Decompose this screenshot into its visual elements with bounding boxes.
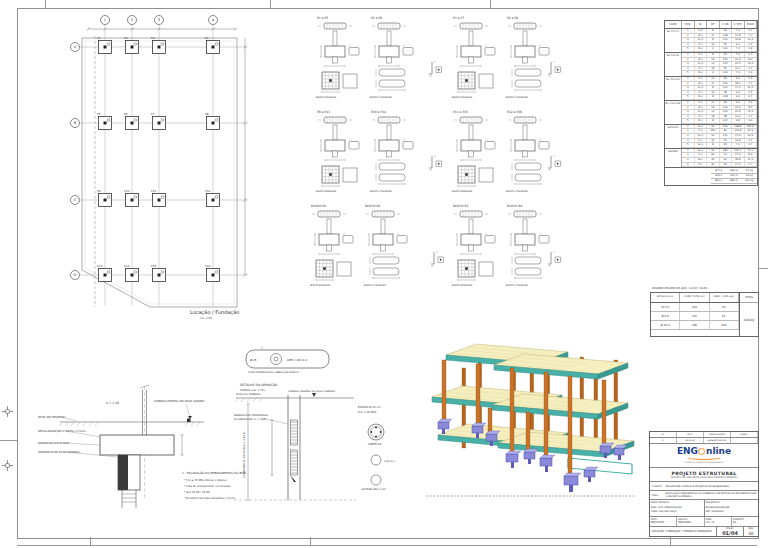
cell: 2 xyxy=(682,82,695,86)
cell: 204.8 xyxy=(732,129,745,133)
cell: 148 xyxy=(720,34,733,38)
client-value: ENGONLINE CURSOS E PROJETOS DE ENGENHARI… xyxy=(666,485,757,488)
folha-value: 01/04 xyxy=(717,530,743,536)
cell: 1.4 xyxy=(745,43,758,47)
cell: 2 xyxy=(682,129,695,133)
cell: 54 xyxy=(720,163,733,167)
detail-title: BLOCO B3 xyxy=(453,204,468,208)
cell: 5.0 xyxy=(695,67,708,71)
detail-caption: BLOCO 170x60x60 xyxy=(506,96,528,99)
splice-label: EMENDA POR TRANSPASSE xyxy=(234,414,268,417)
cell: 8 xyxy=(707,143,720,147)
footing-label: P8 xyxy=(205,112,209,116)
sheet-title-area: LOCAÇÃO, FUNDAÇÃO - FORMAS E ARMAÇÕES FO… xyxy=(650,527,758,536)
cell: 150 xyxy=(720,82,733,86)
cell: 3 xyxy=(682,110,695,114)
rebar-group: B3 (P9-P12) 16.310969.62.928.01215018.07… xyxy=(665,77,757,101)
cell: 4 xyxy=(682,115,695,119)
ground-label: NÍVEL DO TERRENO xyxy=(236,392,261,396)
detail-caption: BLOCO 60x60x60 xyxy=(452,190,473,193)
cell: 32 xyxy=(707,163,720,167)
cell: 62 xyxy=(720,139,733,143)
fold-mark xyxy=(45,0,46,8)
detail-title: P12 e P16 xyxy=(507,110,522,114)
cell: 14 xyxy=(707,106,720,110)
cell: 10.0 xyxy=(695,134,708,138)
structure-3d-render xyxy=(418,328,646,506)
cell: 3 xyxy=(682,158,695,162)
cell: 16 xyxy=(707,43,720,47)
cell: 5 xyxy=(682,47,695,51)
footing-label: P7 xyxy=(151,112,155,116)
header-cell: COMP. TOTAL (m) xyxy=(680,293,709,302)
pile-spec: ESTACA Ø 25 cm xyxy=(358,405,381,409)
cell: 1 xyxy=(682,29,695,33)
footing-label: P2 xyxy=(124,36,128,40)
footing-label: P5 xyxy=(97,112,101,116)
field-value: NOV/2020 xyxy=(651,521,675,524)
rebar-group: B2 (P5-P8) 16.38927.42.228.01415221.38.4… xyxy=(665,53,757,77)
detail-subtitle: ESTACA (esc. 1:25) xyxy=(240,389,265,392)
cell: 9.6 xyxy=(732,77,745,81)
rebar-group: ARRANQ. 110.064180115.271.025.0966057.68… xyxy=(665,149,757,168)
detail-title: P10 e P14 xyxy=(371,110,386,114)
leader-label: REGULARIZAÇÃO C/ BRITA (e=5cm) xyxy=(38,429,86,433)
summary-table-title: QUADRO RESUMO DE AÇO - CA-50 / CA-60 xyxy=(652,287,707,290)
cell: 6.3 xyxy=(695,77,708,81)
cell: 180 xyxy=(720,149,733,153)
note-line: * Cota de arrasamento: ver locação xyxy=(184,484,231,488)
summary-header: BITOLA (mm) COMP. TOTAL (m) PESO +10% (k… xyxy=(651,293,739,303)
cell: 3 xyxy=(682,38,695,42)
note-line: * Recobrimento das armaduras: 3,0 cm xyxy=(184,497,236,500)
cell: Ø 5.0 xyxy=(711,169,726,173)
cell: 8.0 xyxy=(695,34,708,38)
cell: 58 xyxy=(720,91,733,95)
cell: 32 xyxy=(707,139,720,143)
cell: 10 xyxy=(707,101,720,105)
cell: 3 xyxy=(682,62,695,66)
veg-label: CAMADA VEGETAL DO SOLO (GRAMA) xyxy=(154,399,205,403)
table-row: 58.081229.83.9 xyxy=(682,119,757,124)
pile-cap-details: P1 e P5 P2 e P6 P3 e P7 P4 e P8 P9 e P13… xyxy=(300,12,570,300)
drawing-sheet: 1 2 3 4 A B C D xyxy=(0,0,768,548)
header-cell: Ø xyxy=(695,21,708,28)
field-escala: ESCALA: INDICADA xyxy=(677,517,704,526)
cell: 256 xyxy=(707,129,720,133)
footing-label: P15 xyxy=(151,264,156,268)
cell: 5.0 xyxy=(695,153,708,157)
cell: 3 xyxy=(682,86,695,90)
cell: 4 xyxy=(682,43,695,47)
detail-title: P9 e P13 xyxy=(317,110,330,114)
cell: 7.1 xyxy=(745,82,758,86)
total-label: TOTAL xyxy=(740,293,758,303)
cell: 62 xyxy=(710,312,739,320)
cell: 16.8 xyxy=(732,38,745,42)
cell: 9.4 xyxy=(732,95,745,99)
cell: 2 xyxy=(682,58,695,62)
field-value: cm / m xyxy=(706,521,730,524)
fold-mark xyxy=(310,537,311,545)
obra-label: OBRA: xyxy=(652,494,666,497)
cell: 4 xyxy=(682,67,695,71)
detail-caption: BLOCO 60x60x60 xyxy=(316,96,337,99)
footing-label: P11 xyxy=(151,189,156,193)
cell: 10 xyxy=(707,110,720,114)
cell: 7.2 xyxy=(732,47,745,51)
cell: 3 xyxy=(682,134,695,138)
cell: 5.0 xyxy=(695,139,708,143)
cell: 21.6 xyxy=(732,106,745,110)
circle-label: ESTRIBO Ø5.0 c/15 xyxy=(362,488,386,491)
header-cell: BITOLA (mm) xyxy=(651,293,680,302)
cell: 1.6 xyxy=(745,115,758,119)
cell: 5 xyxy=(682,119,695,123)
cell: 28.8 xyxy=(732,158,745,162)
detail-caption: BLOCO 60x60x60 xyxy=(452,284,473,287)
cell: 90 xyxy=(720,158,733,162)
detail-title: P1 e P5 xyxy=(317,16,328,20)
resp-label: RESP. TÉCNICO: xyxy=(651,501,703,504)
cell: 486 xyxy=(680,321,709,329)
group-label: ARRANQ. xyxy=(665,149,682,167)
logo-tagline: cursos e projetos de engenharia xyxy=(685,461,724,464)
cell: 12 xyxy=(707,82,720,86)
cell: 7.4 xyxy=(732,53,745,57)
